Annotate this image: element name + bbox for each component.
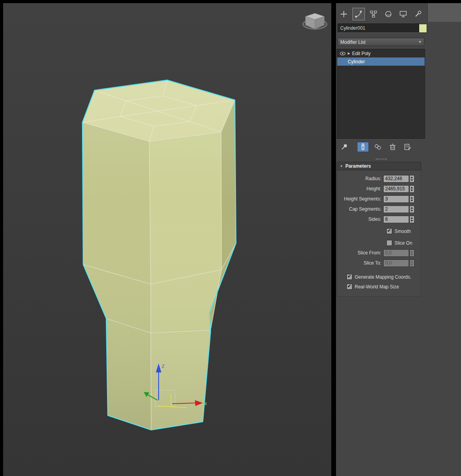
stack-item-label: Edit Poly	[352, 51, 370, 56]
modify-curve-icon	[354, 10, 363, 18]
panel-resize-handle[interactable]	[376, 159, 387, 159]
height-spinner[interactable]	[409, 185, 415, 193]
slice-to-label: Slice To:	[337, 260, 383, 266]
object-color-swatch[interactable]	[419, 24, 427, 33]
modifier-list-dropdown[interactable]: Modifier List ▼	[338, 38, 424, 46]
smooth-row: Smooth	[337, 226, 421, 236]
sides-input[interactable]	[383, 216, 409, 223]
expand-arrow-icon[interactable]: ▶	[348, 52, 350, 55]
generate-mapping-label: Generate Mapping Coords.	[355, 274, 411, 280]
sides-label: Sides:	[337, 217, 383, 222]
remove-modifier-button[interactable]	[387, 142, 398, 152]
make-unique-button[interactable]	[372, 142, 384, 152]
modifier-list-label: Modifier List	[340, 39, 366, 45]
configure-modifier-sets-button[interactable]	[402, 142, 413, 152]
toolbar-spacer	[427, 3, 461, 22]
height-segments-row: Height Segments:	[337, 194, 421, 204]
radius-input[interactable]	[383, 175, 409, 183]
make-unique-icon	[373, 143, 382, 151]
height-segments-label: Height Segments:	[337, 196, 383, 202]
command-panel: Modifier List ▼ ▶ Edit Poly Cylinder	[336, 3, 461, 476]
smooth-checkbox[interactable]	[386, 228, 392, 234]
create-plus-icon	[339, 10, 348, 18]
stack-tools	[338, 142, 413, 152]
slice-to-spinner[interactable]	[409, 259, 415, 267]
cap-segments-row: Cap Segments:	[337, 204, 421, 214]
tab-utilities[interactable]	[412, 8, 424, 20]
object-name-row	[338, 23, 459, 33]
real-world-map-label: Real-World Map Size	[355, 284, 399, 290]
tab-modify[interactable]	[352, 8, 365, 20]
slice-from-spinner[interactable]	[409, 249, 415, 257]
collapse-arrow-icon: ▼	[340, 165, 343, 168]
generate-mapping-checkbox[interactable]	[347, 274, 352, 280]
rollout-body: Radius: Height: Height Segments: Cap Seg…	[337, 170, 421, 297]
stack-item-cylinder[interactable]: Cylinder	[337, 57, 425, 66]
display-monitor-icon	[399, 10, 407, 18]
slice-from-label: Slice From:	[337, 250, 383, 256]
rollout-title: Parameters	[345, 163, 371, 169]
slice-to-input[interactable]	[383, 259, 409, 267]
pin-stack-button[interactable]	[338, 142, 350, 152]
tab-hierarchy[interactable]	[367, 8, 380, 20]
command-panel-tabs	[338, 6, 424, 22]
show-end-result-button[interactable]	[357, 142, 369, 152]
show-end-result-icon	[359, 143, 367, 151]
cap-segments-input[interactable]	[383, 206, 409, 213]
stack-item-label: Cylinder	[348, 59, 365, 64]
height-segments-spinner[interactable]	[409, 195, 415, 203]
motion-icon	[384, 10, 393, 18]
tab-create[interactable]	[338, 8, 350, 20]
rollout-header-parameters[interactable]: ▼ Parameters	[337, 162, 421, 170]
modifier-stack: ▶ Edit Poly Cylinder	[337, 49, 425, 139]
slice-from-input[interactable]	[383, 249, 409, 257]
cap-segments-spinner[interactable]	[409, 206, 415, 213]
eye-icon[interactable]	[339, 51, 346, 56]
hierarchy-icon	[369, 10, 378, 18]
slice-on-checkbox[interactable]	[386, 240, 392, 246]
viewport-3d[interactable]: Z X	[0, 0, 332, 476]
smooth-label: Smooth	[395, 229, 411, 234]
sides-spinner[interactable]	[409, 216, 415, 223]
sides-row: Sides:	[337, 214, 421, 224]
slice-to-row: Slice To:	[337, 258, 421, 268]
real-world-map-row: Real-World Map Size	[337, 282, 421, 292]
height-label: Height:	[337, 186, 383, 191]
tab-display[interactable]	[397, 8, 409, 20]
cap-segments-label: Cap Segments:	[337, 206, 383, 212]
height-row: Height:	[337, 184, 421, 194]
height-segments-input[interactable]	[383, 195, 409, 203]
axis-x-label: X	[204, 402, 207, 406]
slice-on-label: Slice On	[395, 240, 412, 246]
radius-label: Radius:	[337, 176, 383, 181]
slice-on-row: Slice On	[337, 238, 421, 248]
generate-mapping-row: Generate Mapping Coords.	[337, 272, 421, 282]
utilities-wrench-icon	[414, 10, 422, 18]
stack-item-edit-poly[interactable]: ▶ Edit Poly	[337, 49, 425, 57]
object-name-input[interactable]	[338, 23, 420, 33]
tab-motion[interactable]	[382, 8, 395, 20]
configure-sets-icon	[403, 143, 412, 151]
trash-icon	[388, 143, 397, 151]
real-world-map-checkbox[interactable]	[347, 284, 352, 290]
pin-icon	[340, 143, 348, 151]
slice-from-row: Slice From:	[337, 248, 421, 258]
chevron-down-icon: ▼	[418, 40, 422, 44]
radius-spinner[interactable]	[409, 175, 415, 183]
radius-row: Radius:	[337, 174, 421, 184]
parameters-rollout: ▼ Parameters Radius: Height: Height Segm…	[337, 162, 421, 297]
axis-z-label: Z	[162, 364, 164, 369]
height-input[interactable]	[383, 185, 409, 193]
tool-separator	[353, 143, 354, 151]
